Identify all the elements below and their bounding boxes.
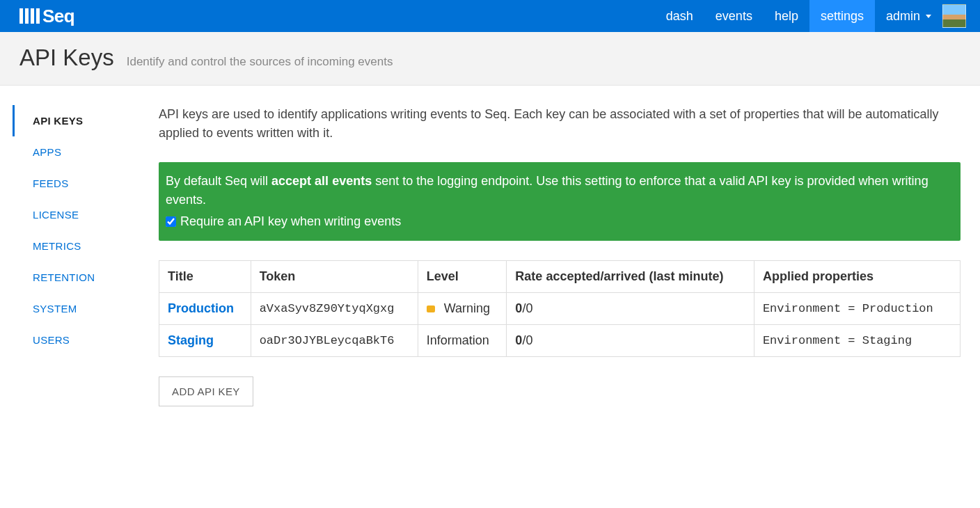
col-title: Title [159,261,251,293]
nav-events[interactable]: events [704,0,764,32]
api-key-rate: 0/0 [507,325,754,357]
sidebar-item-license[interactable]: LICENSE [13,199,138,230]
banner-text: By default Seq will accept all events se… [166,172,954,209]
sidebar-item-api-keys[interactable]: API KEYS [13,105,138,136]
main-area: API KEYSAPPSFEEDSLICENSEMETRICSRETENTION… [0,86,980,426]
brand-logo[interactable]: Seq [19,0,74,32]
nav-help[interactable]: help [764,0,809,32]
add-api-key-button[interactable]: ADD API KEY [159,376,253,406]
avatar [942,4,966,28]
sidebar-item-system[interactable]: SYSTEM [13,293,138,324]
user-menu[interactable]: admin [875,0,970,32]
table-header-row: TitleTokenLevelRate accepted/arrived (la… [159,261,961,293]
api-key-title-link[interactable]: Staging [168,333,214,347]
chevron-down-icon [926,15,931,18]
top-nav: dasheventshelpsettingsadmin [655,0,970,32]
topbar: Seq dasheventshelpsettingsadmin [0,0,980,32]
settings-sidebar: API KEYSAPPSFEEDSLICENSEMETRICSRETENTION… [13,105,138,406]
api-key-title-link[interactable]: Production [168,301,234,315]
sidebar-item-users[interactable]: USERS [13,324,138,356]
table-body: ProductionaVxaSyv8Z90YtyqXgxg Warning0/0… [159,293,961,357]
api-key-level: Warning [418,293,507,325]
require-api-key-checkbox[interactable] [166,216,176,227]
api-key-token: aVxaSyv8Z90YtyqXgxg [251,293,418,325]
api-key-level: Information [418,325,507,357]
require-api-key-banner: By default Seq will accept all events se… [159,162,961,241]
api-key-properties: Environment = Production [754,293,960,325]
api-key-properties: Environment = Staging [754,325,960,357]
api-key-rate: 0/0 [507,293,754,325]
brand-bars-icon [19,8,40,24]
sidebar-item-retention[interactable]: RETENTION [13,262,138,293]
col-rate: Rate accepted/arrived (last minute) [507,261,754,293]
sidebar-item-feeds[interactable]: FEEDS [13,168,138,199]
page-title: API Keys [19,45,114,71]
table-row: StagingoaDr3OJYBLeycqaBkT6 Information0/… [159,325,961,357]
sidebar-item-metrics[interactable]: METRICS [13,230,138,262]
page-subtitle: Identify and control the sources of inco… [127,55,393,69]
user-label: admin [886,9,920,24]
nav-settings[interactable]: settings [809,0,875,32]
nav-dash[interactable]: dash [655,0,704,32]
col-applied: Applied properties [754,261,960,293]
brand-text: Seq [42,6,74,27]
require-api-key-row[interactable]: Require an API key when writing events [166,212,954,231]
content-area: API keys are used to identify applicatio… [159,105,967,406]
intro-text: API keys are used to identify applicatio… [159,105,961,143]
sidebar-item-apps[interactable]: APPS [13,136,138,168]
table-row: ProductionaVxaSyv8Z90YtyqXgxg Warning0/0… [159,293,961,325]
page-header: API Keys Identify and control the source… [0,32,980,86]
api-key-token: oaDr3OJYBLeycqaBkT6 [251,325,418,357]
col-level: Level [418,261,507,293]
api-keys-table: TitleTokenLevelRate accepted/arrived (la… [159,260,961,357]
col-token: Token [251,261,418,293]
level-indicator-icon [427,305,435,312]
require-api-key-label: Require an API key when writing events [180,212,401,231]
